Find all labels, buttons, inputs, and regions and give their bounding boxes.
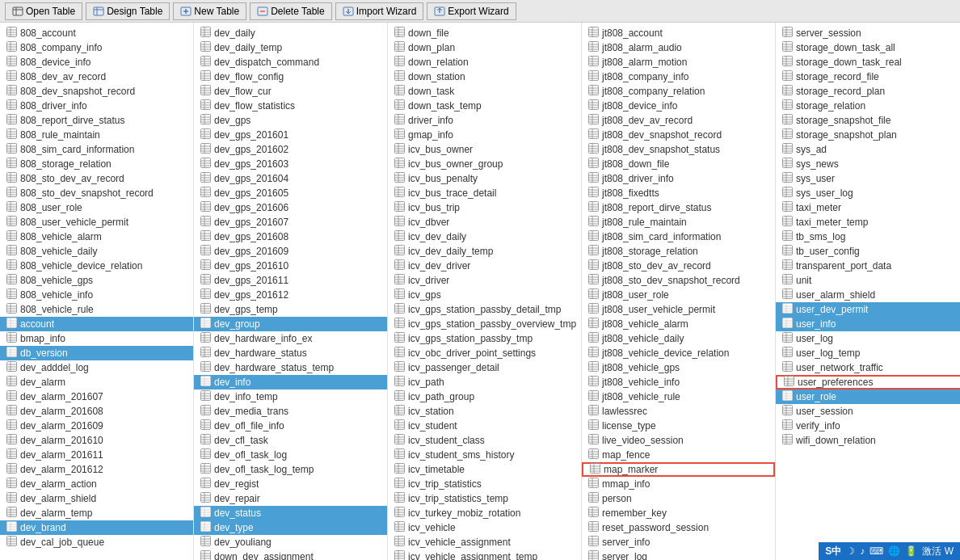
table-row[interactable]: dev_gps_201611: [194, 273, 387, 288]
table-row[interactable]: dev_gps_201608: [194, 229, 387, 244]
table-row[interactable]: icv_dev_daily_temp: [388, 244, 581, 259]
table-row[interactable]: jt808_user_vehicle_permit: [582, 302, 775, 317]
table-row[interactable]: jt808_user_role: [582, 288, 775, 302]
table-row[interactable]: 808_storage_relation: [0, 157, 193, 171]
table-row[interactable]: jt808_sim_card_information: [582, 229, 775, 244]
table-row[interactable]: 808_dev_snapshot_record: [0, 84, 193, 99]
table-row[interactable]: icv_bus_penalty: [388, 171, 581, 186]
table-row[interactable]: person: [582, 491, 775, 506]
table-row[interactable]: storage_relation: [776, 99, 960, 113]
table-row[interactable]: dev_ofl_task_log_temp: [194, 462, 387, 477]
table-row[interactable]: icv_gps: [388, 288, 581, 302]
design-table-button[interactable]: Design Table: [86, 2, 170, 20]
table-row[interactable]: reset_password_session: [582, 520, 775, 535]
table-row[interactable]: jt808_driver_info: [582, 171, 775, 186]
table-row[interactable]: dev_info: [194, 375, 387, 389]
table-row[interactable]: down_task: [388, 84, 581, 99]
table-row[interactable]: dev_gps_201609: [194, 244, 387, 259]
table-row[interactable]: server_log: [582, 549, 775, 560]
table-row[interactable]: icv_student_class: [388, 433, 581, 448]
table-row[interactable]: dev_hardware_status_temp: [194, 360, 387, 375]
table-row[interactable]: dev_ofl_file_info: [194, 419, 387, 433]
table-row[interactable]: icv_path_group: [388, 389, 581, 404]
table-row[interactable]: dev_gps_201603: [194, 157, 387, 171]
table-row[interactable]: 808_sto_dev_snapshot_record: [0, 186, 193, 200]
table-row[interactable]: dev_gps_201607: [194, 215, 387, 229]
table-row[interactable]: map_fence: [582, 448, 775, 462]
table-row[interactable]: dev_alarm_201610: [0, 433, 193, 448]
table-row[interactable]: 808_company_info: [0, 40, 193, 55]
table-row[interactable]: storage_record_file: [776, 69, 960, 84]
table-row[interactable]: jt808_company_relation: [582, 84, 775, 99]
table-row[interactable]: sys_news: [776, 157, 960, 171]
table-row[interactable]: icv_timetable: [388, 462, 581, 477]
table-row[interactable]: down_relation: [388, 55, 581, 69]
table-row[interactable]: verify_info: [776, 419, 960, 433]
table-row[interactable]: dev_dispatch_command: [194, 55, 387, 69]
table-row[interactable]: tb_sms_log: [776, 229, 960, 244]
table-row[interactable]: storage_record_plan: [776, 84, 960, 99]
table-row[interactable]: dev_cfl_task: [194, 433, 387, 448]
table-row[interactable]: icv_path: [388, 375, 581, 389]
table-row[interactable]: live_video_session: [582, 433, 775, 448]
open-table-button[interactable]: Open Table: [5, 2, 82, 20]
table-row[interactable]: dev_alarm_shield: [0, 491, 193, 506]
table-row[interactable]: 808_vehicle_alarm: [0, 229, 193, 244]
table-row[interactable]: dev_cal_job_queue: [0, 535, 193, 549]
table-row[interactable]: db_version: [0, 346, 193, 360]
table-row[interactable]: storage_snapshot_plan: [776, 128, 960, 142]
table-row[interactable]: icv_gps_station_passby_tmp: [388, 331, 581, 346]
new-table-button[interactable]: New Table: [173, 2, 246, 20]
table-row[interactable]: jt808_vehicle_gps: [582, 360, 775, 375]
table-row[interactable]: sys_ad: [776, 142, 960, 157]
table-row[interactable]: icv_trip_statistics_temp: [388, 491, 581, 506]
table-row[interactable]: server_info: [582, 535, 775, 549]
table-row[interactable]: sys_user: [776, 171, 960, 186]
table-row[interactable]: icv_bus_owner_group: [388, 157, 581, 171]
table-row[interactable]: server_session: [776, 26, 960, 40]
table-row[interactable]: dev_gps_201601: [194, 128, 387, 142]
table-row[interactable]: icv_dbver: [388, 215, 581, 229]
table-row[interactable]: jt808_dev_av_record: [582, 113, 775, 128]
table-row[interactable]: dev_brand: [0, 520, 193, 535]
table-row[interactable]: 808_sto_dev_av_record: [0, 171, 193, 186]
table-row[interactable]: dev_adddel_log: [0, 360, 193, 375]
table-row[interactable]: 808_device_info: [0, 55, 193, 69]
table-row[interactable]: dev_repair: [194, 491, 387, 506]
table-row[interactable]: gmap_info: [388, 128, 581, 142]
table-row[interactable]: dev_alarm_temp: [0, 506, 193, 520]
table-row[interactable]: dev_alarm_201612: [0, 462, 193, 477]
table-row[interactable]: dev_regist: [194, 477, 387, 491]
table-row[interactable]: taxi_meter_temp: [776, 215, 960, 229]
table-row[interactable]: dev_gps_201604: [194, 171, 387, 186]
delete-table-button[interactable]: Delete Table: [250, 2, 332, 20]
table-row[interactable]: 808_report_dirve_status: [0, 113, 193, 128]
table-row[interactable]: mmap_info: [582, 477, 775, 491]
table-row[interactable]: wifi_down_relation: [776, 433, 960, 448]
table-row[interactable]: dev_alarm: [0, 375, 193, 389]
table-row[interactable]: dev_flow_config: [194, 69, 387, 84]
table-row[interactable]: map_marker: [582, 462, 775, 477]
table-row[interactable]: icv_passenger_detail: [388, 360, 581, 375]
table-row[interactable]: taxi_meter: [776, 200, 960, 215]
table-row[interactable]: license_type: [582, 419, 775, 433]
table-row[interactable]: icv_bus_trip: [388, 200, 581, 215]
table-row[interactable]: jt808_account: [582, 26, 775, 40]
table-row[interactable]: 808_rule_maintain: [0, 128, 193, 142]
table-row[interactable]: user_log_temp: [776, 346, 960, 360]
table-row[interactable]: dev_info_temp: [194, 389, 387, 404]
table-row[interactable]: jt808_vehicle_alarm: [582, 317, 775, 331]
table-row[interactable]: dev_alarm_201607: [0, 389, 193, 404]
table-row[interactable]: down_file: [388, 26, 581, 40]
table-row[interactable]: 808_sim_card_information: [0, 142, 193, 157]
table-row[interactable]: icv_trip_statistics: [388, 477, 581, 491]
table-row[interactable]: 808_account: [0, 26, 193, 40]
table-row[interactable]: dev_youliang: [194, 535, 387, 549]
table-row[interactable]: jt808_vehicle_info: [582, 375, 775, 389]
table-row[interactable]: icv_bus_owner: [388, 142, 581, 157]
table-row[interactable]: jt808_vehicle_daily: [582, 331, 775, 346]
table-row[interactable]: jt808_company_info: [582, 69, 775, 84]
table-row[interactable]: jt808_down_file: [582, 157, 775, 171]
table-row[interactable]: unit: [776, 273, 960, 288]
table-row[interactable]: dev_hardware_info_ex: [194, 331, 387, 346]
